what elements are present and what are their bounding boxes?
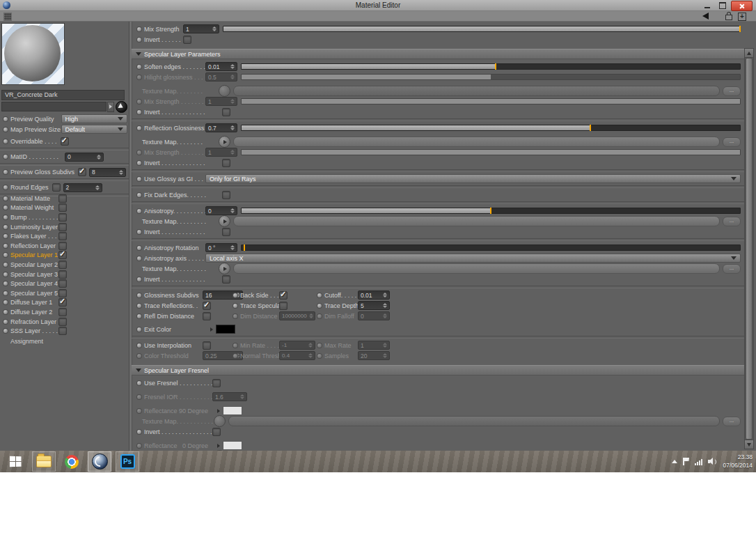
keyframe-dot[interactable] [137, 343, 141, 348]
expand-arrow-icon[interactable] [217, 444, 220, 448]
back-arrow-icon[interactable] [702, 13, 709, 20]
texture-map-field[interactable] [233, 263, 720, 274]
use-glossy-as-gi-dropdown[interactable]: Only for GI Rays [205, 174, 741, 183]
use-fresnel-checkbox[interactable] [212, 379, 221, 387]
spinner-arrows-icon[interactable] [228, 64, 235, 69]
keyframe-dot[interactable] [137, 27, 141, 31]
material-matte-label[interactable]: Material Matte [10, 195, 58, 202]
taskbar-item-explorer[interactable] [32, 451, 56, 472]
specular-layer-4-label[interactable]: Specular Layer 4 [10, 280, 58, 287]
keyframe-dot[interactable] [137, 161, 141, 165]
invert-checkbox[interactable] [212, 428, 221, 436]
texture-map-field[interactable] [233, 216, 720, 226]
specular-layer-5-checkbox[interactable] [58, 289, 67, 297]
fresnel-ior-field[interactable]: 1.6 [212, 392, 247, 401]
keyframe-dot[interactable] [137, 177, 141, 181]
keyframe-dot[interactable] [3, 225, 8, 229]
browse-button[interactable]: ... [723, 137, 741, 147]
anisotropy-slider[interactable] [241, 208, 741, 214]
preview-gloss-subdivs-field[interactable]: 8 [89, 168, 126, 177]
keyframe-dot[interactable] [233, 293, 237, 297]
dim-distance-field[interactable]: 10000000 [279, 311, 315, 320]
keyframe-dot[interactable] [3, 196, 8, 201]
normal-threshold-field[interactable]: 0.4 [279, 351, 315, 360]
spinner-arrows-icon[interactable] [381, 303, 387, 308]
spinner-arrows-icon[interactable] [238, 394, 244, 399]
spinner-arrows-icon[interactable] [228, 75, 235, 79]
soften-edges-field[interactable]: 0.01 [205, 62, 237, 71]
mix-strength-field[interactable]: 1 [183, 24, 219, 33]
keyframe-dot[interactable] [137, 354, 141, 358]
keyframe-dot[interactable] [3, 234, 8, 238]
material-name-input[interactable]: VR_Concrete Dark [1, 90, 125, 100]
bump-checkbox[interactable] [58, 213, 67, 222]
diffuse-layer-2-label[interactable]: Diffuse Layer 2 [10, 309, 58, 316]
browse-button[interactable]: ... [723, 417, 741, 426]
spinner-arrows-icon[interactable] [228, 99, 235, 104]
keyframe-dot[interactable] [233, 304, 237, 308]
keyframe-dot[interactable] [137, 327, 141, 332]
spinner-arrows-icon[interactable] [95, 155, 101, 160]
material-preview[interactable] [1, 23, 65, 85]
keyframe-dot[interactable] [3, 300, 8, 304]
keyframe-dot[interactable] [137, 256, 141, 261]
scrollbar-thumb[interactable] [746, 58, 753, 440]
shader-menu-button[interactable] [107, 102, 114, 112]
invert-checkbox[interactable] [222, 275, 230, 284]
min-rate-field[interactable]: -1 [279, 341, 315, 350]
map-preview-size-dropdown[interactable]: Default [61, 125, 127, 134]
keyframe-dot[interactable] [137, 209, 141, 213]
diffuse-layer-2-checkbox[interactable] [58, 308, 67, 316]
lock-icon[interactable] [725, 15, 732, 20]
keyframe-dot[interactable] [317, 304, 322, 308]
specular-layer-5-label[interactable]: Specular Layer 5 [10, 290, 58, 297]
spinner-arrows-icon[interactable] [210, 26, 216, 31]
invert-checkbox[interactable] [222, 228, 230, 236]
mix-strength-slider[interactable] [241, 98, 741, 104]
volume-icon[interactable] [708, 458, 717, 465]
trace-specular-checkbox[interactable] [279, 302, 288, 310]
reflectance-0-degree-color-swatch[interactable] [223, 441, 242, 450]
hilight-glossiness-slider[interactable] [241, 74, 741, 80]
material-weight-checkbox[interactable] [58, 203, 67, 212]
back-side-checkbox[interactable] [279, 291, 288, 300]
taskbar-item-photoshop[interactable]: Ps [116, 451, 139, 472]
keyframe-dot[interactable] [137, 381, 141, 385]
section-header-specular-layer-parameters[interactable]: Specular Layer Parameters [132, 49, 744, 59]
keyframe-dot[interactable] [137, 409, 141, 413]
keyframe-dot[interactable] [3, 117, 8, 121]
specular-layer-2-checkbox[interactable] [58, 261, 67, 269]
keyframe-dot[interactable] [137, 38, 141, 42]
texture-map-field[interactable] [233, 137, 720, 147]
samples-field[interactable]: 20 [358, 351, 390, 360]
invert-checkbox[interactable] [222, 159, 230, 167]
keyframe-dot[interactable] [137, 395, 141, 399]
keyframe-dot[interactable] [3, 127, 8, 132]
keyframe-dot[interactable] [3, 170, 8, 174]
reflectance-90-degree-color-swatch[interactable] [223, 406, 242, 415]
keyframe-dot[interactable] [137, 277, 141, 281]
material-weight-label[interactable]: Material Weight [10, 204, 58, 211]
mix-strength-field[interactable]: 1 [205, 148, 237, 157]
scroll-down-icon[interactable] [745, 440, 753, 449]
keyframe-dot[interactable] [317, 343, 322, 348]
keyframe-dot[interactable] [137, 430, 141, 434]
new-window-icon[interactable]: + [738, 13, 746, 21]
mix-strength-field[interactable]: 1 [205, 97, 237, 106]
spinner-arrows-icon[interactable] [306, 353, 313, 358]
luminosity-layer-checkbox[interactable] [58, 223, 67, 231]
spinner-arrows-icon[interactable] [381, 343, 387, 348]
texture-preview-icon[interactable] [219, 136, 230, 148]
keyframe-dot[interactable] [3, 185, 8, 189]
keyframe-dot[interactable] [137, 293, 141, 297]
keyframe-dot[interactable] [137, 150, 141, 155]
network-signal-icon[interactable] [695, 458, 702, 465]
diffuse-layer-1-label[interactable]: Diffuse Layer 1 [10, 299, 58, 306]
flakes-layer-checkbox[interactable] [58, 232, 67, 240]
soften-edges-slider[interactable] [241, 63, 741, 70]
keyframe-dot[interactable] [3, 281, 8, 286]
reflection-layer-checkbox[interactable] [58, 242, 67, 250]
trace-depth-field[interactable]: 5 [358, 301, 390, 310]
dim-falloff-field[interactable]: 0 [358, 311, 390, 320]
taskbar-item-chrome[interactable] [60, 451, 84, 472]
